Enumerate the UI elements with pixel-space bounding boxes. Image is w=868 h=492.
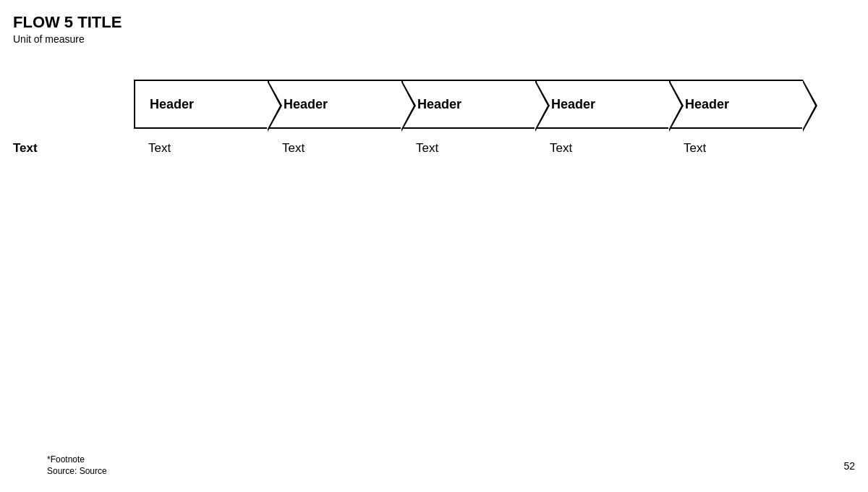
page-title-main: FLOW 5 TITLE (13, 13, 122, 32)
data-cell-5: Text (669, 141, 803, 156)
header-label-2: Header (284, 97, 328, 112)
data-value-2: Text (282, 141, 305, 155)
header-cell-2: Header (268, 80, 401, 129)
data-value-4: Text (550, 141, 572, 155)
data-cell-1: Text (134, 141, 268, 156)
header-cell-4: Header (535, 80, 669, 129)
row-label: Text (13, 141, 38, 156)
flow-header-row: Header Header Header Header Header (134, 80, 803, 129)
header-label-5: Header (685, 97, 729, 112)
data-value-3: Text (416, 141, 438, 155)
header-label-1: Header (150, 97, 194, 112)
footnote-area: *Footnote Source: Source (47, 454, 107, 476)
header-cell-5: Header (669, 80, 803, 129)
data-cells: Text Text Text Text Text (134, 141, 803, 156)
footnote-text: *Footnote (47, 454, 107, 465)
source-text: Source: Source (47, 466, 107, 476)
page-title-sub: Unit of measure (13, 33, 122, 45)
data-cell-2: Text (268, 141, 401, 156)
data-cell-3: Text (401, 141, 535, 156)
header-cell-3: Header (401, 80, 535, 129)
data-cell-4: Text (535, 141, 669, 156)
data-value-5: Text (684, 141, 706, 155)
page-title-block: FLOW 5 TITLE Unit of measure (13, 13, 122, 45)
page-number: 52 (843, 460, 855, 472)
header-cell-1: Header (134, 80, 268, 129)
data-value-1: Text (148, 141, 171, 155)
header-label-3: Header (417, 97, 461, 112)
header-label-4: Header (551, 97, 595, 112)
